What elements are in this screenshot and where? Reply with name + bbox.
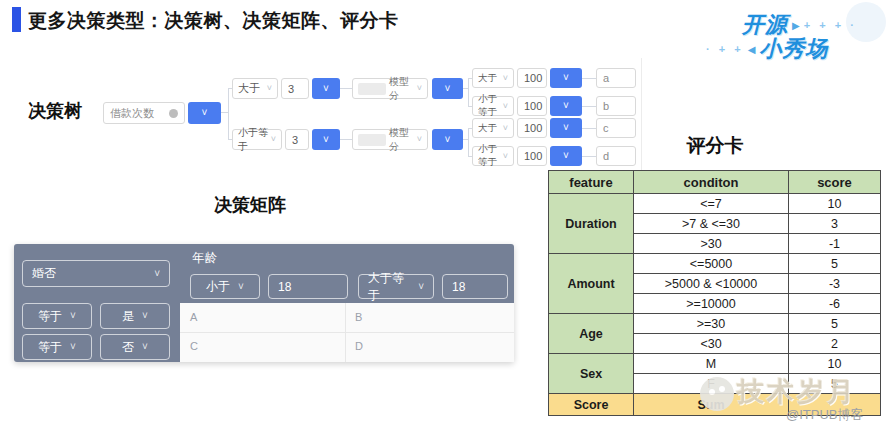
page-title: 更多决策类型：决策树、决策矩阵、评分卡	[28, 8, 399, 34]
branch-dropdown-button[interactable]: ˅	[432, 78, 463, 99]
decision-tree-label: 决策树	[28, 99, 82, 123]
leaf-result-input[interactable]: c	[596, 118, 636, 138]
logo-line-2: · + + ◀ 小秀场	[706, 34, 828, 64]
leaf-result-input[interactable]: b	[596, 96, 636, 116]
score-cell: 10	[789, 194, 881, 214]
chevron-down-icon: ˅	[142, 311, 148, 321]
chevron-down-icon: ˅	[417, 84, 422, 93]
leaf-value-input[interactable]: 100	[517, 68, 547, 88]
chevron-down-icon: ˅	[563, 123, 569, 133]
score-cell: -6	[789, 294, 881, 314]
leaf-result-input[interactable]: d	[596, 146, 636, 166]
tree-connector	[582, 156, 596, 157]
chevron-down-icon: ˅	[142, 342, 148, 352]
chevron-down-icon: ˅	[70, 342, 76, 352]
condition-cell: M	[634, 354, 789, 374]
decision-matrix-label: 决策矩阵	[170, 193, 330, 217]
condition-cell: <=5000	[634, 254, 789, 274]
root-field-input[interactable]: 借款次数	[103, 102, 185, 124]
col-condition-value-input[interactable]: 18	[442, 274, 508, 299]
cell-divider	[180, 332, 514, 333]
leaf-op-select[interactable]: 大于˅	[472, 68, 514, 88]
col-condition-op-select[interactable]: 小于 ˅	[190, 274, 260, 299]
condition-cell: >7 & <=30	[634, 214, 789, 234]
chevron-down-icon: ˅	[503, 152, 508, 161]
col-condition-value-input[interactable]: 18	[268, 274, 348, 299]
branch-value-input[interactable]: 3	[285, 129, 309, 150]
matrix-cell[interactable]: B	[355, 311, 362, 323]
chevron-down-icon: ˅	[563, 73, 569, 83]
matrix-cell[interactable]: A	[190, 311, 197, 323]
condition-cell: >=30	[634, 314, 789, 334]
feature-cell: Amount	[549, 254, 634, 314]
feature-cell: Score	[549, 394, 634, 416]
chevron-down-icon: ˅	[503, 102, 508, 111]
tree-connector	[582, 106, 596, 107]
wechat-icon	[700, 377, 734, 411]
branch-op-select[interactable]: 小于等于 ˅	[232, 129, 282, 150]
matrix-cells: A B C D	[180, 303, 514, 362]
leaf-op-select[interactable]: 大于˅	[472, 118, 514, 138]
leaf-result-input[interactable]: a	[596, 68, 636, 88]
branch-op-select[interactable]: 大于 ˅	[232, 78, 278, 99]
tree-connector	[340, 139, 352, 140]
chevron-down-icon: ˅	[323, 135, 329, 145]
chevron-down-icon: ˅	[503, 124, 508, 133]
matrix-cell[interactable]: C	[190, 340, 198, 352]
feature-cell: Age	[549, 314, 634, 354]
matrix-cell[interactable]: D	[355, 340, 363, 352]
info-icon[interactable]	[169, 109, 178, 118]
branch-dropdown-button[interactable]: ˅	[312, 78, 340, 99]
scorecard-label: 评分卡	[655, 133, 775, 159]
score-cell: -3	[789, 274, 881, 294]
tree-connector	[221, 112, 228, 113]
tree-connector	[468, 128, 469, 157]
branch-value-input[interactable]: 3	[281, 78, 309, 99]
play-icon: ◀	[748, 44, 756, 55]
branch-dropdown-button[interactable]: ˅	[312, 129, 340, 150]
condition-cell: <30	[634, 334, 789, 354]
chevron-down-icon: ˅	[563, 151, 569, 161]
feature-cell: Duration	[549, 194, 634, 254]
chevron-down-icon: ˅	[563, 101, 569, 111]
chevron-down-icon: ˅	[202, 108, 208, 118]
row-condition-value-select[interactable]: 是 ˅	[100, 303, 170, 329]
column-header: conditon	[634, 171, 789, 194]
table-row: Duration <=7 10	[549, 194, 881, 214]
leaf-value-input[interactable]: 100	[517, 118, 547, 138]
play-icon: ▶	[792, 20, 800, 31]
chevron-down-icon: ˅	[417, 135, 422, 144]
leaf-dropdown-button[interactable]: ˅	[550, 118, 582, 138]
branch-dropdown-button[interactable]: ˅	[432, 129, 463, 150]
row-condition-op-select[interactable]: 等于 ˅	[22, 303, 92, 329]
row-condition-value-select[interactable]: 否 ˅	[100, 334, 170, 360]
leaf-dropdown-button[interactable]: ˅	[550, 146, 582, 166]
root-field-value: 借款次数	[110, 106, 154, 121]
col-dimension-label: 年龄	[192, 250, 217, 267]
watermark-credit: @ITPUB博客	[786, 406, 863, 424]
leaf-value-input[interactable]: 100	[517, 96, 547, 116]
condition-cell: >=10000	[634, 294, 789, 314]
logo-decoration: + + + ·	[804, 19, 857, 31]
condition-cell: >30	[634, 234, 789, 254]
leaf-value-input[interactable]: 100	[517, 146, 547, 166]
row-dimension-select[interactable]: 婚否 ˅	[22, 260, 170, 287]
leaf-dropdown-button[interactable]: ˅	[550, 68, 582, 88]
col-condition-op-select[interactable]: 大于等于 ˅	[358, 274, 434, 299]
branch-field-select[interactable]: 模型分 ˅	[352, 78, 428, 99]
column-header: score	[789, 171, 881, 194]
chevron-down-icon: ˅	[503, 74, 508, 83]
leaf-dropdown-button[interactable]: ˅	[550, 96, 582, 116]
panel-border	[641, 58, 642, 170]
tree-connector	[582, 128, 596, 129]
leaf-op-select[interactable]: 小于等于˅	[472, 96, 514, 116]
score-cell: 5	[789, 254, 881, 274]
root-dropdown-button[interactable]: ˅	[188, 102, 221, 124]
slide: 更多决策类型：决策树、决策矩阵、评分卡 开源 ▶ + + + · · + + ◀…	[0, 0, 890, 436]
logo-decoration: · + +	[706, 43, 744, 55]
branch-field-select[interactable]: 模型分 ˅	[352, 129, 428, 150]
table-row: Sex M 10	[549, 354, 881, 374]
chevron-down-icon: ˅	[418, 282, 424, 292]
leaf-op-select[interactable]: 小于等于˅	[472, 146, 514, 166]
row-condition-op-select[interactable]: 等于 ˅	[22, 334, 92, 360]
